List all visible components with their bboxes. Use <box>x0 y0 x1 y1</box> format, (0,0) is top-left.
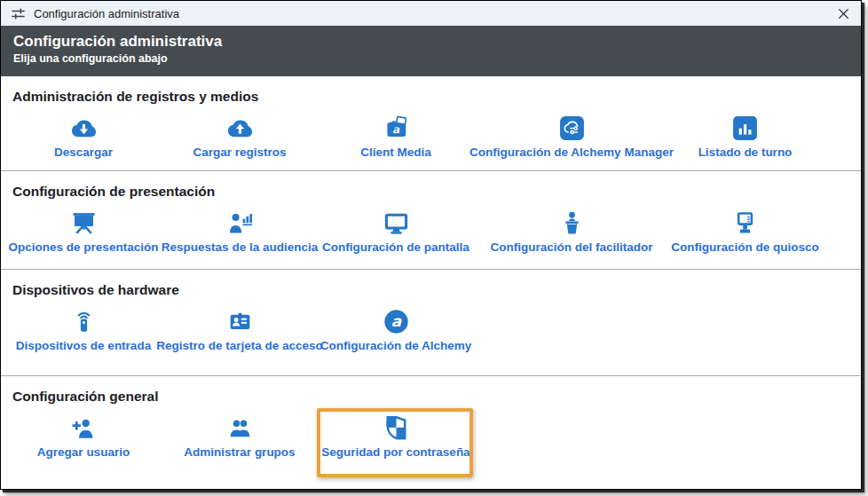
item-label: Administrar grupos <box>184 445 295 461</box>
header-band: Configuración administrativa Elija una c… <box>1 26 861 76</box>
item-label: Configuración de Alchemy <box>320 338 472 354</box>
item-label: Configuración del facilitador <box>490 240 652 256</box>
item-config-pantalla[interactable]: Configuración de pantalla <box>313 209 478 256</box>
media-wallet-icon <box>383 114 410 142</box>
title-bar: Configuración administrativa <box>1 1 861 26</box>
item-config-alchemy[interactable]: Configuración de Alchemy <box>313 308 478 354</box>
item-label: Cargar registros <box>193 145 286 161</box>
item-config-facilitador[interactable]: Configuración del facilitador <box>478 209 665 256</box>
cloud-download-icon <box>70 114 98 142</box>
page-title: Configuración administrativa <box>13 32 861 51</box>
remote-control-icon <box>70 308 98 335</box>
section-items-row: Agregar usuario Administrar grupos Segur… <box>1 414 861 461</box>
item-respuestas-audiencia[interactable]: Respuestas de la audiencia <box>166 209 313 256</box>
item-client-media[interactable]: Client Media <box>313 114 478 161</box>
sliders-icon <box>11 6 26 21</box>
section-presentacion: Configuración de presentación Opciones d… <box>1 171 861 270</box>
section-items-row: Opciones de presentación Respuestas de l… <box>1 209 861 256</box>
item-label: Configuración de quiosco <box>671 240 819 256</box>
bar-chart-square-icon <box>731 114 759 142</box>
item-seguridad-contrasena[interactable]: Seguridad por contraseña <box>313 414 478 461</box>
item-label: Registro de tarjeta de acceso <box>156 338 323 354</box>
item-label: Configuración de Alchemy Manager <box>470 145 674 161</box>
close-icon[interactable] <box>825 1 861 26</box>
facilitator-podium-icon <box>558 209 586 237</box>
person-chart-icon <box>226 209 254 237</box>
add-user-icon <box>70 414 98 442</box>
item-listado-de-turno[interactable]: Listado de turno <box>665 114 825 161</box>
admin-settings-window: Configuración administrativa Configuraci… <box>0 0 862 490</box>
cloud-upload-icon <box>226 114 254 142</box>
window-title: Configuración administrativa <box>34 7 179 20</box>
shield-checker-icon <box>383 414 410 442</box>
screen: Configuración administrativa Configuraci… <box>0 0 868 496</box>
alchemy-circle-icon <box>383 308 410 335</box>
kiosk-icon <box>731 209 759 237</box>
section-heading: Configuración de presentación <box>12 182 861 201</box>
cloud-settings-square-icon <box>558 114 586 142</box>
section-items-row: Descargar Cargar registros Client Media … <box>1 114 861 161</box>
settings-content: Administración de registros y medios Des… <box>1 76 861 489</box>
section-hardware: Dispositivos de hardware Dispositivos de… <box>1 270 861 376</box>
item-label: Opciones de presentación <box>9 240 159 256</box>
item-cargar-registros[interactable]: Cargar registros <box>166 114 313 161</box>
item-descargar[interactable]: Descargar <box>1 114 166 161</box>
item-label: Respuestas de la audiencia <box>162 240 318 256</box>
item-label: Configuración de pantalla <box>322 240 470 256</box>
item-tarjeta-acceso[interactable]: Registro de tarjeta de acceso <box>166 308 313 354</box>
id-badge-icon <box>226 308 254 335</box>
item-label: Descargar <box>54 145 113 161</box>
section-items-row: Dispositivos de entrada Registro de tarj… <box>1 308 861 354</box>
projection-screen-icon <box>70 209 98 237</box>
item-label: Agregar usuario <box>37 445 130 461</box>
item-label: Seguridad por contraseña <box>321 445 470 461</box>
item-alchemy-manager[interactable]: Configuración de Alchemy Manager <box>478 114 665 161</box>
item-dispositivos-entrada[interactable]: Dispositivos de entrada <box>1 308 166 354</box>
item-agregar-usuario[interactable]: Agregar usuario <box>1 414 166 461</box>
user-group-icon <box>226 414 254 442</box>
section-heading: Configuración general <box>12 387 861 405</box>
item-label: Listado de turno <box>698 145 793 161</box>
section-general: Configuración general Agregar usuario Ad… <box>1 376 861 489</box>
section-heading: Dispositivos de hardware <box>12 280 861 299</box>
monitor-icon <box>383 209 410 237</box>
item-administrar-grupos[interactable]: Administrar grupos <box>166 414 313 461</box>
item-label: Dispositivos de entrada <box>16 338 151 354</box>
section-heading: Administración de registros y medios <box>12 87 861 106</box>
section-registros-medios: Administración de registros y medios Des… <box>1 76 861 171</box>
item-label: Client Media <box>360 145 431 161</box>
item-config-quiosco[interactable]: Configuración de quiosco <box>665 209 825 256</box>
item-opciones-presentacion[interactable]: Opciones de presentación <box>1 209 166 256</box>
page-subtitle: Elija una configuración abajo <box>13 51 861 67</box>
